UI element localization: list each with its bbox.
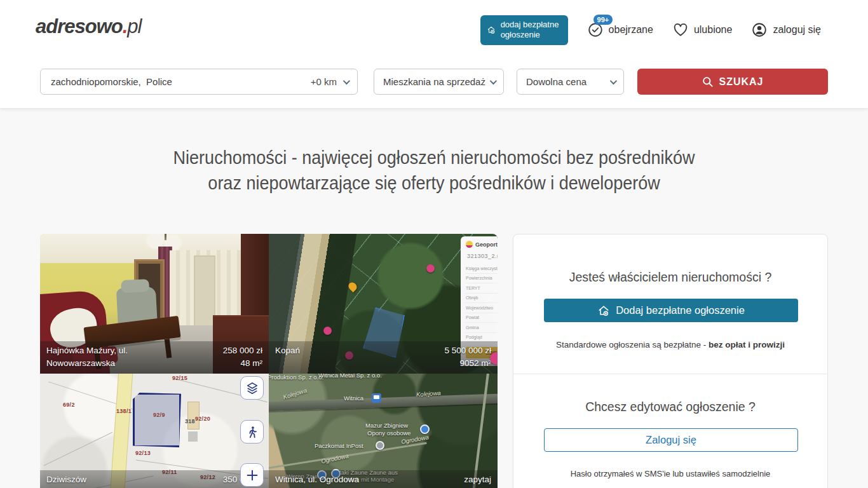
location-input[interactable]: zachodniopomorskie, Police +0 km [40, 69, 358, 95]
chevron-down-icon [343, 77, 350, 84]
plus-icon [245, 468, 259, 482]
location-value: zachodniopomorskie, Police [51, 76, 311, 87]
price-value: Dowolna cena [526, 76, 610, 87]
category-value: Mieszkania na sprzedaż [383, 76, 490, 87]
login-label: zaloguj się [773, 24, 821, 36]
map-highlighted-parcel [133, 393, 181, 447]
map-pedestrian-button[interactable] [240, 420, 264, 444]
free-listing-note-bold: bez opłat i prowizji [709, 340, 785, 349]
sidebar-add-listing-button[interactable]: Dodaj bezpłatne ogłoszenie [544, 299, 798, 322]
search-icon [702, 76, 714, 88]
map-zoom-in-button[interactable] [240, 463, 264, 487]
row-label: Powierzchnia [466, 276, 492, 280]
add-listing-button[interactable]: dodaj bezpłatne ogłoszenie [480, 15, 568, 45]
chevron-down-icon [610, 77, 617, 84]
owner-sidebar: Jesteś właścicielem nieruchomości ? Doda… [513, 234, 828, 488]
listing-price: 5 500 000 zł 9052 m² [444, 344, 491, 370]
map-railway [269, 394, 498, 412]
geoportal-row: Obręb [466, 294, 498, 304]
listing-caption: Kopań 5 500 000 zł 9052 m² [269, 341, 498, 374]
geoportal-row: Księga wieczysta [466, 264, 498, 274]
map-layers-button[interactable] [240, 376, 264, 400]
area-value: 9052 m² [459, 358, 491, 368]
train-station-icon [372, 393, 381, 403]
sidebar-login-button[interactable]: Zaloguj się [544, 428, 798, 452]
chevron-down-icon [490, 77, 497, 84]
listing-caption: Hajnówka Maźury, ul. Nowowarszawska 258 … [40, 341, 269, 374]
parcel-number: 92/9 [153, 412, 165, 418]
listing-card-kopan[interactable]: Geoportal 360.pl 321303_2.0 Księga wiecz… [269, 234, 498, 374]
house-plus-icon [597, 304, 610, 317]
geoportal-logo-icon [466, 241, 473, 248]
parcel-number: 92/15 [172, 375, 187, 381]
geoportal-row: Powierzchnia [466, 274, 498, 284]
site-header: adresowo.pl dodaj bezpłatne ogłoszenie 9… [0, 0, 868, 108]
parcel-number: 92/20 [195, 416, 210, 422]
header-actions: dodaj bezpłatne ogłoszenie 99+ obejrzane… [480, 15, 821, 45]
listing-price: zapytaj [464, 473, 491, 488]
search-bar: zachodniopomorskie, Police +0 km Mieszka… [0, 69, 868, 95]
row-label: Województwo [466, 306, 493, 310]
sidebar-divider [513, 374, 827, 374]
map-pin [376, 441, 384, 450]
viewed-badge: 99+ [593, 15, 613, 25]
row-label: Obręb [466, 295, 478, 300]
row-label: TERYT [466, 286, 480, 290]
radius-value: +0 km [311, 76, 337, 87]
listing-grid: Hajnówka Maźury, ul. Nowowarszawska 258 … [40, 234, 498, 488]
heart-icon [672, 22, 689, 38]
map-label-street: Kolejowa [282, 387, 308, 401]
search-submit-label: SZUKAJ [719, 76, 763, 88]
listing-card-hajnowka[interactable]: Hajnówka Maźury, ul. Nowowarszawska 258 … [40, 234, 269, 374]
map-label-street: Ogrodowa [320, 452, 349, 465]
favorites-button[interactable]: ulubione [672, 22, 733, 38]
logo-tld: pl [127, 15, 141, 37]
radius-select[interactable]: +0 km [311, 76, 348, 87]
pedestrian-icon [245, 425, 259, 439]
free-listing-note: Standardowe ogłoszenia są bezpłatne - be… [513, 340, 827, 349]
category-select[interactable]: Mieszkania na sprzedaż [374, 69, 504, 95]
hero-heading: Nieruchomości - najwięcej ogłoszeń nieru… [0, 145, 868, 196]
geoportal-row: Gmina [466, 323, 498, 333]
viewed-button[interactable]: 99+ obejrzane [587, 22, 653, 38]
building-number: 318 [185, 418, 195, 424]
sidebar-add-listing-label: Dodaj bezpłatne ogłoszenie [616, 304, 745, 316]
listing-title: Hajnówka Maźury, ul. Nowowarszawska [46, 344, 172, 370]
map-pin [323, 327, 332, 335]
viewed-label: obejrzane [609, 24, 653, 36]
map-pin [426, 264, 435, 273]
favorites-label: ulubione [694, 24, 733, 36]
page-title: Nieruchomości - najwięcej ogłoszeń nieru… [173, 145, 695, 196]
map-pin [420, 424, 430, 434]
layers-icon [245, 381, 259, 395]
parcel-boundary [44, 432, 112, 466]
login-button[interactable]: zaloguj się [751, 22, 821, 38]
row-label: Podgląd [466, 335, 482, 339]
geoportal-brand-name: Geoportal [475, 241, 498, 248]
map-label-business: Paczkomat InPost [315, 442, 363, 449]
user-circle-icon [751, 22, 768, 38]
map-label-business: Mazur Zbigniew [365, 422, 408, 429]
parcel-number: 138/1 [116, 408, 132, 414]
page-title-line1: Nieruchomości - najwięcej ogłoszeń nieru… [173, 145, 695, 170]
map-label-business: Witnica Metal Sp. z o.o. [318, 374, 382, 379]
listing-card-dziwiszow[interactable]: 69/2 138/1 92/15 92/9 318 92/20 92/13 92… [40, 374, 269, 488]
price-value: 258 000 zł [223, 346, 262, 355]
add-listing-label: dodaj bezpłatne ogłoszenie [501, 20, 559, 41]
parcel-number: 92/13 [135, 450, 151, 456]
geoportal-row: TERYT [466, 283, 498, 294]
site-logo[interactable]: adresowo.pl [36, 15, 141, 38]
listing-card-witnica[interactable]: Witnica Metal Sp. z o.o. Produktion Sp. … [269, 374, 498, 488]
geoportal-brand: Geoportal 360.pl [466, 241, 498, 248]
listing-caption: Witnica, ul. Ogrodowa zapytaj [269, 470, 498, 488]
row-label: Powiat [466, 315, 479, 320]
free-listing-note-normal: Standardowe ogłoszenia są bezpłatne - [556, 340, 709, 349]
map-label-business: Produktion Sp. z o.o. [269, 374, 323, 381]
listing-title: Witnica, ul. Ogrodowa [275, 473, 359, 488]
map-label-business: Opony osobowe [367, 430, 411, 437]
row-label: Księga wieczysta [466, 266, 498, 271]
price-select[interactable]: Dowolna cena [517, 69, 624, 95]
price-value: 5 500 000 zł [444, 346, 491, 355]
search-submit-button[interactable]: SZUKAJ [637, 69, 828, 95]
parcel-number: 69/2 [63, 402, 75, 408]
